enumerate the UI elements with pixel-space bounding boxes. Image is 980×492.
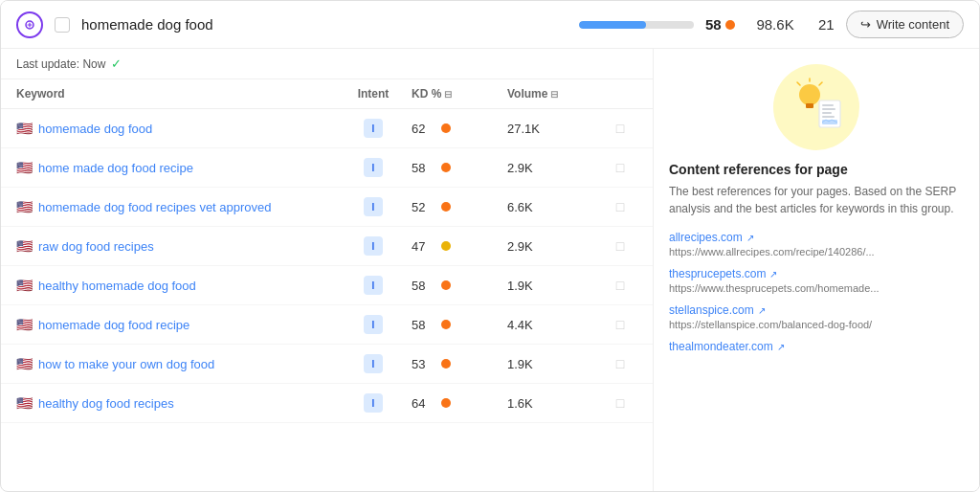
- keyword-cell: 🇺🇸 raw dog food recipes: [16, 238, 335, 254]
- svg-point-1: [799, 84, 820, 105]
- copy-button[interactable]: □: [603, 395, 637, 411]
- keyword-cell: 🇺🇸 homemade dog food: [16, 121, 335, 136]
- ref-domain-link[interactable]: allrecipes.com ↗: [669, 231, 964, 244]
- keyword-link[interactable]: healthy homemade dog food: [38, 279, 196, 293]
- kd-value: 58: [412, 161, 435, 175]
- copy-button[interactable]: □: [603, 317, 637, 332]
- volume-cell: 2.9K: [507, 161, 603, 175]
- intent-cell: I: [335, 354, 412, 373]
- kd-dot: [725, 20, 735, 30]
- kd-cell: 64: [412, 396, 507, 411]
- flag-icon: 🇺🇸: [16, 278, 33, 293]
- kd-filter-icon[interactable]: ⊟: [444, 89, 452, 100]
- intent-cell: I: [335, 236, 412, 256]
- keyword-cell: 🇺🇸 healthy dog food recipes: [16, 395, 335, 411]
- kd-cell: 58: [412, 161, 507, 175]
- col-keyword-header: Keyword: [16, 87, 335, 101]
- reference-item: thealmondeater.com ↗: [669, 340, 964, 353]
- kd-dot: [441, 202, 451, 212]
- progress-fill: [579, 21, 646, 29]
- kd-value: 62: [412, 122, 435, 136]
- external-link-icon: ↗: [777, 342, 785, 352]
- illustration: [669, 64, 964, 150]
- ref-url: https://stellanspice.com/balanced-dog-fo…: [669, 319, 964, 330]
- intent-badge: I: [364, 354, 383, 373]
- kd-value: 58: [412, 318, 435, 332]
- volume-filter-icon[interactable]: ⊟: [550, 89, 558, 100]
- keywords-panel: Last update: Now ✓ Keyword Intent KD % ⊟…: [1, 49, 654, 491]
- external-link-icon: ↗: [769, 269, 777, 280]
- volume-cell: 1.6K: [507, 396, 603, 411]
- flag-icon: 🇺🇸: [16, 238, 33, 254]
- external-link-icon: ↗: [746, 233, 754, 243]
- keyword-cell: 🇺🇸 how to make your own dog food: [16, 356, 335, 371]
- flag-icon: 🇺🇸: [16, 356, 33, 371]
- write-icon: ↪: [860, 17, 871, 32]
- svg-rect-2: [806, 103, 813, 108]
- volume-cell: 1.9K: [507, 357, 603, 371]
- kd-value: 52: [412, 200, 435, 214]
- keyword-link[interactable]: raw dog food recipes: [38, 239, 154, 254]
- copy-button[interactable]: □: [603, 160, 637, 175]
- flag-icon: 🇺🇸: [16, 317, 33, 332]
- volume-cell: 2.9K: [507, 239, 603, 254]
- ref-url: https://www.thesprucepets.com/homemade..…: [669, 282, 964, 294]
- keyword-link[interactable]: home made dog food recipe: [38, 161, 193, 175]
- row-checkbox[interactable]: [55, 17, 70, 33]
- table-row: 🇺🇸 home made dog food recipe I 58 2.9K □: [1, 148, 653, 188]
- volume-cell: 4.4K: [507, 318, 603, 332]
- kd-value: 47: [412, 239, 435, 254]
- col-volume-header: Volume ⊟: [507, 87, 603, 101]
- keyword-link[interactable]: homemade dog food recipes vet approved: [38, 200, 272, 214]
- keyword-link[interactable]: homemade dog food: [38, 122, 152, 136]
- intent-cell: I: [335, 393, 412, 413]
- kd-cell: 58: [412, 279, 507, 293]
- ref-domain-link[interactable]: thealmondeater.com ↗: [669, 340, 964, 353]
- ref-domain-link[interactable]: thesprucepets.com ↗: [669, 267, 964, 280]
- status-bar: Last update: Now ✓: [1, 49, 653, 79]
- table-row: 🇺🇸 homemade dog food recipes vet approve…: [1, 188, 653, 227]
- col-copy-header: [603, 87, 637, 101]
- kd-dot: [441, 398, 451, 408]
- references-list: allrecipes.com ↗ https://www.allrecipes.…: [669, 231, 964, 353]
- keyword-cell: 🇺🇸 home made dog food recipe: [16, 160, 335, 175]
- col-kd-header: KD % ⊟: [412, 87, 507, 101]
- total-volume: 98.6K: [746, 16, 794, 33]
- col-intent-header: Intent: [335, 87, 412, 101]
- reference-item: stellanspice.com ↗ https://stellanspice.…: [669, 303, 964, 330]
- kd-dot: [441, 280, 451, 290]
- intent-badge: I: [364, 276, 383, 295]
- copy-button[interactable]: □: [603, 199, 637, 214]
- keyword-link[interactable]: how to make your own dog food: [38, 357, 214, 371]
- keyword-cell: 🇺🇸 homemade dog food recipe: [16, 317, 335, 332]
- volume-cell: 27.1K: [507, 122, 603, 136]
- domain-text: thesprucepets.com: [669, 267, 766, 280]
- table-row: 🇺🇸 how to make your own dog food I 53 1.…: [1, 345, 653, 384]
- table-row: 🇺🇸 healthy homemade dog food I 58 1.9K □: [1, 266, 653, 305]
- table-header: Keyword Intent KD % ⊟ Volume ⊟: [1, 79, 653, 109]
- table-row: 🇺🇸 homemade dog food I 62 27.1K □: [1, 109, 653, 148]
- circle-button[interactable]: [16, 11, 43, 38]
- copy-button[interactable]: □: [603, 278, 637, 293]
- svg-rect-9: [822, 112, 832, 114]
- keywords-table: 🇺🇸 homemade dog food I 62 27.1K □ 🇺🇸 hom…: [1, 109, 653, 423]
- keyword-cell: 🇺🇸 healthy homemade dog food: [16, 278, 335, 293]
- progress-bar: [579, 21, 694, 29]
- kd-cell: 58: [412, 318, 507, 332]
- main-keyword: homemade dog food: [81, 16, 568, 33]
- intent-badge: I: [364, 158, 383, 177]
- kd-dot: [441, 163, 451, 172]
- keyword-link[interactable]: healthy dog food recipes: [38, 396, 174, 411]
- copy-button[interactable]: □: [603, 121, 637, 136]
- kd-score: 58: [705, 16, 735, 33]
- keyword-link[interactable]: homemade dog food recipe: [38, 318, 189, 332]
- copy-button[interactable]: □: [603, 356, 637, 371]
- kd-dot: [441, 123, 451, 133]
- intent-badge: I: [364, 236, 383, 256]
- references-title: Content references for page: [669, 162, 964, 177]
- copy-button[interactable]: □: [603, 238, 637, 254]
- ref-domain-link[interactable]: stellanspice.com ↗: [669, 303, 964, 317]
- write-content-button[interactable]: ↪ Write content: [846, 11, 964, 38]
- intent-badge: I: [364, 393, 383, 413]
- kd-value: 58: [412, 279, 435, 293]
